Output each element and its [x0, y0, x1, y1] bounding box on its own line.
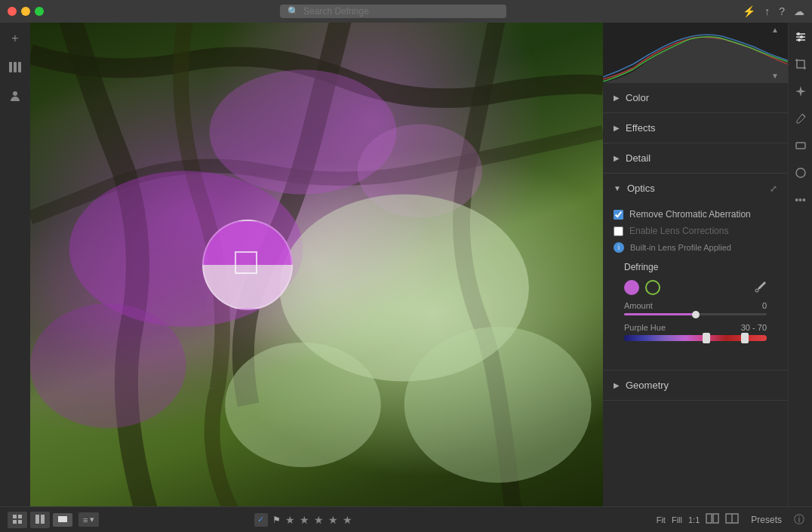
add-icon[interactable]: + [7, 30, 23, 47]
detail-title: Detail [626, 152, 777, 164]
svg-point-10 [225, 343, 381, 467]
onetoone-zoom-button[interactable]: 1:1 [688, 515, 700, 524]
view-buttons [8, 512, 72, 528]
svg-point-16 [797, 32, 800, 35]
people-icon[interactable] [7, 88, 23, 104]
star-4-icon[interactable]: ★ [328, 514, 338, 526]
amount-label-row: Amount 0 [624, 301, 767, 310]
detail-section-header[interactable]: ▶ Detail [603, 143, 788, 173]
svg-rect-28 [58, 516, 67, 522]
fill-zoom-button[interactable]: Fill [672, 515, 682, 524]
scroll-down-arrow[interactable]: ▼ [767, 70, 783, 81]
enable-corrections-checkbox[interactable] [614, 226, 623, 236]
optics-title: Optics [627, 183, 770, 194]
defringe-purple-button[interactable] [624, 280, 639, 295]
bottom-toolbar: ≡ ▾ ✓ ⚑ ★ ★ ★ ★ ★ Fit Fill 1:1 Presets ⓘ [0, 506, 812, 532]
rectangle-tool-icon[interactable] [792, 137, 809, 154]
amount-slider-row: Amount 0 [624, 301, 767, 315]
flag-icon: ⚑ [272, 515, 281, 525]
purple-hue-right-thumb[interactable] [741, 333, 749, 343]
effects-section: ▶ Effects [603, 113, 788, 143]
toolbar-right: Fit Fill 1:1 Presets ⓘ [657, 513, 804, 527]
search-icon: 🔍 [288, 6, 299, 17]
star-3-icon[interactable]: ★ [314, 514, 324, 526]
presets-button[interactable]: Presets [745, 515, 788, 525]
svg-rect-20 [796, 143, 805, 149]
crop-tool-icon[interactable] [792, 56, 809, 72]
share-icon[interactable]: ↑ [764, 5, 770, 17]
optics-expand-icon[interactable]: ⤢ [770, 183, 777, 194]
search-bar[interactable]: 🔍 [280, 5, 506, 18]
sort-chevron-icon: ▾ [90, 515, 94, 524]
single-view-button[interactable] [53, 513, 72, 527]
minimize-button[interactable] [21, 7, 30, 16]
purple-hue-slider-row: Purple Hue 30 - 70 [624, 323, 767, 341]
cloud-icon[interactable]: ☁ [794, 5, 804, 17]
star-1-icon[interactable]: ★ [285, 514, 295, 526]
circle-tool-icon[interactable] [792, 165, 809, 181]
remove-chromatic-checkbox[interactable] [614, 210, 623, 220]
color-section: ▶ Color [603, 83, 788, 113]
brush-tool-icon[interactable] [792, 110, 809, 127]
amount-value: 0 [762, 301, 767, 310]
right-tools: ••• [788, 23, 812, 506]
amount-slider-thumb[interactable] [692, 311, 700, 318]
geometry-chevron-icon: ▶ [614, 381, 620, 389]
svg-rect-27 [41, 515, 45, 524]
geometry-title: Geometry [626, 380, 777, 391]
svg-point-3 [13, 91, 17, 96]
purple-hue-left-thumb[interactable] [703, 333, 710, 343]
purple-hue-slider-track[interactable] [624, 335, 767, 341]
star-5-icon[interactable]: ★ [343, 514, 352, 526]
grid-large-button[interactable] [30, 512, 50, 528]
close-button[interactable] [8, 7, 17, 16]
svg-rect-1 [14, 62, 17, 72]
svg-rect-26 [35, 515, 39, 524]
color-chevron-icon: ▶ [614, 94, 620, 102]
defringe-eyedropper-icon[interactable] [755, 281, 767, 295]
detail-section: ▶ Detail [603, 143, 788, 174]
healing-tool-icon[interactable] [792, 83, 809, 100]
optics-section: ▼ Optics ⤢ Remove Chromatic Aberration E… [603, 174, 788, 371]
defringe-buttons [624, 280, 767, 295]
remove-chromatic-label: Remove Chromatic Aberration [629, 209, 751, 220]
titlebar-center: 🔍 [44, 5, 743, 18]
svg-point-17 [800, 35, 803, 38]
color-section-header[interactable]: ▶ Color [603, 83, 788, 112]
purple-hue-value: 30 - 70 [741, 323, 767, 332]
fit-zoom-button[interactable]: Fit [657, 515, 666, 524]
defringe-green-button[interactable] [645, 280, 660, 295]
optics-section-header[interactable]: ▼ Optics ⤢ [603, 174, 788, 203]
sliders-tool-icon[interactable] [792, 29, 809, 45]
lens-profile-text: Built-in Lens Profile Applied [630, 243, 731, 252]
info-button[interactable]: ⓘ [794, 513, 804, 527]
maximize-button[interactable] [35, 7, 44, 16]
info-icon: i [614, 242, 624, 253]
effects-title: Effects [626, 122, 777, 134]
compare-icon[interactable] [706, 513, 719, 526]
geometry-section: ▶ Geometry [603, 371, 788, 401]
library-icon[interactable] [7, 59, 23, 75]
defringe-title: Defringe [624, 262, 767, 272]
star-2-icon[interactable]: ★ [300, 514, 309, 526]
sort-button[interactable]: ≡ ▾ [78, 512, 99, 527]
scroll-up-arrow[interactable]: ▲ [767, 24, 783, 35]
svg-rect-25 [18, 520, 22, 524]
search-input[interactable] [303, 6, 499, 17]
sample-rectangle [235, 251, 257, 274]
toolbar-center: ✓ ⚑ ★ ★ ★ ★ ★ [254, 513, 352, 527]
split-view-icon[interactable] [725, 513, 739, 526]
more-options-icon[interactable]: ••• [792, 192, 809, 208]
svg-rect-2 [18, 62, 21, 72]
filter-icon[interactable]: ⚡ [743, 5, 755, 17]
grid-small-button[interactable] [8, 512, 27, 528]
right-panel: ▲ ▼ ▶ Color ▶ [603, 23, 788, 506]
amount-slider-track[interactable] [624, 313, 767, 315]
geometry-section-header[interactable]: ▶ Geometry [603, 371, 788, 400]
defringe-section: Defringe Am [614, 262, 777, 359]
flag-checkbox[interactable]: ✓ [254, 513, 268, 527]
svg-rect-0 [9, 62, 12, 72]
effects-section-header[interactable]: ▶ Effects [603, 113, 788, 143]
main-image [30, 23, 603, 506]
help-icon[interactable]: ? [779, 5, 785, 17]
